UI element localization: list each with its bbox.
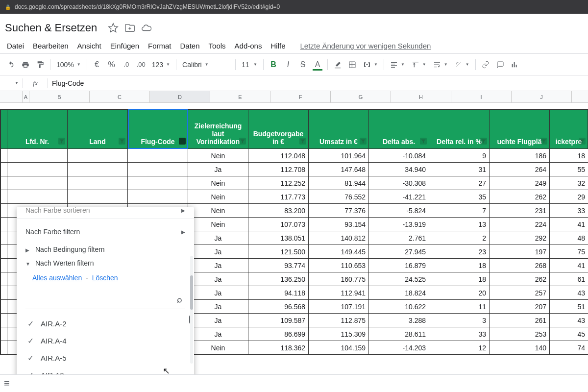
cell[interactable]: Ja [188, 231, 248, 245]
cell[interactable]: 121.500 [248, 245, 309, 259]
cell[interactable]: 12 [429, 341, 490, 355]
menu-daten[interactable]: Daten [176, 39, 204, 52]
formula-input[interactable]: Flug-Code [48, 79, 588, 87]
header-K[interactable]: icketpre [550, 109, 588, 149]
header-F[interactable]: Budgetvorgabe in € [248, 109, 309, 149]
cell[interactable]: Ja [188, 245, 248, 259]
header-B[interactable]: Lfd. Nr. [7, 109, 68, 149]
filter-sort-by-color[interactable]: Nach Farbe sortieren▶ [17, 207, 194, 217]
menu-einfuegen[interactable]: Einfügen [106, 39, 143, 52]
cell[interactable]: 41 [550, 259, 588, 272]
menu-datei[interactable]: Datei [3, 39, 28, 52]
cell[interactable]: 268 [490, 259, 550, 272]
select-all-link[interactable]: Alles auswählen [32, 274, 82, 282]
cell[interactable] [0, 163, 7, 176]
cell[interactable]: 33 [429, 327, 490, 341]
cell[interactable]: 110.653 [309, 259, 369, 272]
cell[interactable]: 112.941 [309, 286, 369, 300]
cell[interactable] [0, 314, 7, 327]
select-all-corner[interactable] [0, 91, 23, 102]
cell[interactable]: -14.203 [369, 341, 429, 355]
cell[interactable]: 94.118 [248, 286, 309, 300]
cell[interactable]: Ja [188, 327, 248, 341]
cell[interactable]: 41 [550, 218, 588, 231]
cell[interactable]: Nein [188, 341, 248, 355]
cell[interactable]: 107.191 [309, 300, 369, 314]
cell[interactable]: 115.309 [309, 327, 369, 341]
star-icon[interactable] [108, 23, 119, 33]
cell[interactable]: 18 [429, 259, 490, 272]
cell[interactable]: 3.288 [369, 314, 429, 327]
cell[interactable]: 3 [429, 314, 490, 327]
cell[interactable]: 27 [429, 176, 490, 190]
col-header-C[interactable]: C [90, 91, 150, 102]
cell[interactable] [68, 190, 128, 204]
cell[interactable]: Nein [188, 218, 248, 231]
cell[interactable]: Ja [188, 286, 248, 300]
cell[interactable]: 28.611 [369, 327, 429, 341]
cell[interactable]: 93.154 [309, 218, 369, 231]
cell[interactable]: 18 [550, 149, 588, 163]
cell[interactable]: -13.919 [369, 218, 429, 231]
merge-button[interactable]: ▼ [360, 58, 381, 72]
col-header-D[interactable]: D [150, 91, 210, 102]
all-sheets-icon[interactable]: ≡ [4, 378, 10, 389]
cell[interactable] [68, 176, 128, 190]
filter-value-item[interactable]: ✓AIR.A-5 [25, 349, 189, 367]
font-select[interactable]: Calibri▼ [179, 58, 232, 72]
cell[interactable]: 117.773 [248, 190, 309, 204]
header-I[interactable]: Delta rel. in % [429, 109, 490, 149]
header-G[interactable]: Umsatz in € [309, 109, 369, 149]
cell[interactable] [7, 190, 68, 204]
cell[interactable] [128, 190, 188, 204]
move-folder-icon[interactable] [124, 23, 135, 33]
header-J[interactable]: uchte Flugplä [490, 109, 550, 149]
cell[interactable]: 112.252 [248, 176, 309, 190]
col-header-F[interactable]: F [270, 91, 331, 102]
cell[interactable] [0, 190, 7, 204]
cell[interactable]: 207 [490, 300, 550, 314]
cell[interactable]: 33 [550, 204, 588, 218]
cell[interactable]: -5.824 [369, 204, 429, 218]
cell[interactable] [68, 163, 128, 176]
cell[interactable]: Nein [188, 204, 248, 218]
filter-value-item[interactable]: ✓AIR.A-4 [25, 332, 189, 349]
cell[interactable]: 18.824 [369, 286, 429, 300]
print-button[interactable] [19, 58, 32, 72]
cell[interactable]: 32 [550, 176, 588, 190]
zoom-select[interactable]: 100%▼ [53, 58, 84, 72]
cell[interactable]: Ja [188, 272, 248, 286]
cell[interactable]: 13 [429, 218, 490, 231]
cell[interactable]: Ja [188, 300, 248, 314]
cell[interactable] [0, 341, 7, 355]
cell[interactable]: 24.525 [369, 272, 429, 286]
cell[interactable]: 2.761 [369, 231, 429, 245]
borders-button[interactable] [345, 58, 359, 72]
filter-by-color[interactable]: Nach Farbe filtern▶ [17, 221, 194, 243]
filter-values-list[interactable]: ✓AIR.A-2 ✓AIR.A-4 ✓AIR.A-5 ✓AIR.A0 [17, 313, 194, 374]
cell[interactable]: 75 [550, 245, 588, 259]
cell[interactable]: 93.774 [248, 259, 309, 272]
text-color-button[interactable]: A [311, 58, 324, 72]
cell[interactable]: Ja [188, 314, 248, 327]
col-header-I[interactable]: I [451, 91, 512, 102]
percent-button[interactable]: % [105, 58, 119, 72]
header-H[interactable]: Delta abs. [369, 109, 429, 149]
cell[interactable]: 16.879 [369, 259, 429, 272]
cell[interactable]: 186 [490, 149, 550, 163]
cell[interactable]: 257 [490, 286, 550, 300]
cell[interactable]: 292 [490, 231, 550, 245]
search-icon[interactable]: ⌕ [177, 294, 182, 305]
cell[interactable]: Nein [188, 190, 248, 204]
paint-format-button[interactable] [33, 58, 47, 72]
clear-link[interactable]: Löschen [92, 274, 118, 282]
cell[interactable]: 264 [490, 163, 550, 176]
rotate-button[interactable]: ▼ [452, 58, 472, 72]
cell[interactable] [128, 163, 188, 176]
name-box[interactable]: ▼ [0, 81, 23, 85]
cell[interactable]: 138.051 [248, 231, 309, 245]
cell[interactable] [128, 176, 188, 190]
cell[interactable] [68, 149, 128, 163]
cell[interactable] [0, 149, 7, 163]
doc-title[interactable]: Suchen & Ersetzen [5, 22, 97, 34]
